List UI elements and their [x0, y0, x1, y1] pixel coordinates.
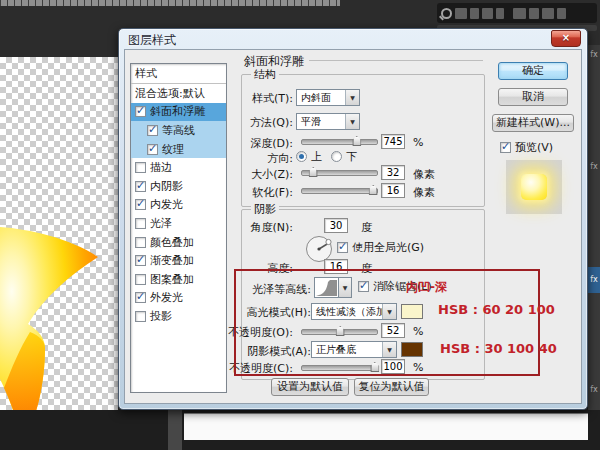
style-item-label: 纹理: [162, 142, 184, 157]
style-dropdown-value: 内斜面: [301, 92, 331, 103]
style-item-label: 斜面和浮雕: [150, 104, 205, 119]
layer-style-dialog: 图层样式 × 样式 混合选项:默认斜面和浮雕等高线纹理描边内阴影内发光光泽颜色叠…: [118, 28, 588, 410]
highlight-color-swatch[interactable]: [401, 304, 423, 319]
new-style-button[interactable]: 新建样式(W)...: [492, 114, 574, 132]
dialog-title: 图层样式: [128, 32, 176, 49]
shadow-mode-dropdown[interactable]: 正片叠底 ▼: [311, 341, 397, 358]
method-dropdown-value: 平滑: [301, 116, 321, 127]
set-default-button[interactable]: 设置为默认值: [271, 378, 349, 396]
direction-down-radio[interactable]: 下: [331, 149, 357, 164]
checkbox-icon[interactable]: [147, 125, 158, 136]
checkbox-icon[interactable]: [500, 142, 511, 153]
style-item-label: 图案叠加: [150, 272, 194, 287]
highlight-mode-dropdown[interactable]: 线性减淡（添加） ▼: [311, 303, 397, 320]
layers-panel-edge: fxfxfxfx: [587, 45, 600, 432]
checkbox-icon[interactable]: [135, 106, 146, 117]
highlight-opacity-value[interactable]: 52: [381, 323, 405, 338]
preview-checkbox[interactable]: 预览(V): [500, 140, 553, 155]
style-dropdown[interactable]: 内斜面 ▼: [296, 89, 360, 106]
size-slider[interactable]: [301, 170, 378, 176]
highlight-mode-label: 高光模式(H):: [221, 305, 311, 320]
highlight-opacity-label: 不透明度(O):: [203, 325, 293, 340]
style-list-item[interactable]: 颜色叠加: [131, 233, 226, 252]
checkbox-icon[interactable]: [135, 162, 146, 173]
gloss-contour-label: 光泽等高线:: [221, 282, 311, 297]
style-item-label: 颜色叠加: [150, 235, 194, 250]
use-global-light-checkbox[interactable]: 使用全局光(G): [337, 240, 424, 255]
structure-legend: 结构: [251, 67, 279, 82]
style-list-item[interactable]: 渐变叠加: [131, 251, 226, 270]
style-item-label: 内发光: [150, 197, 183, 212]
chevron-down-icon: ▼: [339, 277, 352, 298]
angle-value[interactable]: 30: [324, 218, 348, 233]
style-list: 样式 混合选项:默认斜面和浮雕等高线纹理描边内阴影内发光光泽颜色叠加渐变叠加图案…: [130, 63, 227, 393]
style-item-label: 内阴影: [150, 179, 183, 194]
shadow-opacity-slider[interactable]: [301, 365, 378, 371]
chevron-down-icon: ▼: [382, 304, 396, 319]
style-list-item[interactable]: 描边: [131, 158, 226, 177]
annotation-hsb-shadow: HSB : 30 100 40: [440, 341, 557, 356]
shadow-opacity-unit: %: [413, 361, 423, 374]
style-list-item[interactable]: 内阴影: [131, 177, 226, 196]
close-button[interactable]: ×: [551, 30, 581, 47]
depth-label: 深度(D):: [223, 136, 293, 151]
size-value[interactable]: 32: [381, 165, 405, 180]
checkbox-icon[interactable]: [135, 199, 146, 210]
style-item-label: 投影: [150, 309, 172, 324]
soften-value[interactable]: 16: [381, 183, 405, 198]
checkbox-icon[interactable]: [337, 242, 348, 253]
soften-slider[interactable]: [301, 188, 378, 194]
method-dropdown[interactable]: 平滑 ▼: [296, 113, 360, 130]
ok-button[interactable]: 确定: [498, 62, 568, 80]
toolbar-glyph: [482, 8, 493, 19]
style-list-item[interactable]: 投影: [131, 307, 226, 326]
preview-glow-square: [521, 174, 547, 200]
shadow-color-swatch[interactable]: [401, 342, 423, 357]
highlight-opacity-slider[interactable]: [301, 329, 378, 335]
radio-icon[interactable]: [296, 151, 307, 162]
style-list-item[interactable]: 图案叠加: [131, 270, 226, 289]
style-item-label: 混合选项:默认: [135, 86, 205, 101]
checkbox-icon[interactable]: [135, 311, 146, 322]
checkbox-icon[interactable]: [147, 144, 158, 155]
direction-up-radio[interactable]: 上: [296, 149, 322, 164]
checkbox-icon[interactable]: [358, 281, 369, 292]
window-gap: [168, 410, 182, 450]
direction-down-label: 下: [346, 149, 357, 164]
depth-slider[interactable]: [301, 139, 378, 145]
shadow-opacity-value[interactable]: 100: [381, 359, 405, 374]
style-list-item[interactable]: 内发光: [131, 196, 226, 215]
style-list-header: 样式: [131, 64, 226, 84]
radio-icon[interactable]: [331, 151, 342, 162]
style-list-item[interactable]: 混合选项:默认: [131, 84, 226, 103]
toolbar-glyph: [529, 8, 539, 19]
checkbox-icon[interactable]: [135, 292, 146, 303]
fx-badge: fx: [588, 385, 600, 394]
altitude-value[interactable]: 16: [324, 259, 348, 274]
style-list-item[interactable]: 纹理: [131, 140, 226, 159]
depth-unit: %: [413, 136, 423, 149]
angle-label: 角度(N):: [223, 220, 293, 235]
cancel-button[interactable]: 取消: [498, 88, 568, 106]
style-list-item[interactable]: 光泽: [131, 214, 226, 233]
checkbox-icon[interactable]: [135, 218, 146, 229]
checkbox-icon[interactable]: [135, 181, 146, 192]
style-list-item[interactable]: 外发光: [131, 289, 226, 308]
direction-label: 方向:: [223, 151, 293, 166]
style-list-item[interactable]: 斜面和浮雕: [131, 103, 226, 122]
preview-label: 预览(V): [515, 140, 553, 155]
chevron-down-icon: ▼: [345, 114, 359, 129]
document-window-below: [184, 413, 588, 440]
gloss-contour-picker[interactable]: ▼: [314, 277, 352, 298]
checkbox-icon[interactable]: [135, 237, 146, 248]
watermark-toolbar: [437, 3, 597, 23]
fx-badge: fx: [588, 267, 600, 293]
checkbox-icon[interactable]: [135, 274, 146, 285]
reset-default-button[interactable]: 复位为默认值: [354, 378, 429, 396]
style-list-item[interactable]: 等高线: [131, 121, 226, 140]
checkbox-icon[interactable]: [135, 255, 146, 266]
depth-value[interactable]: 745: [381, 134, 405, 149]
style-list-header-label: 样式: [135, 66, 157, 81]
star-artwork: [0, 152, 112, 450]
toolbar-glyph: [470, 8, 479, 19]
